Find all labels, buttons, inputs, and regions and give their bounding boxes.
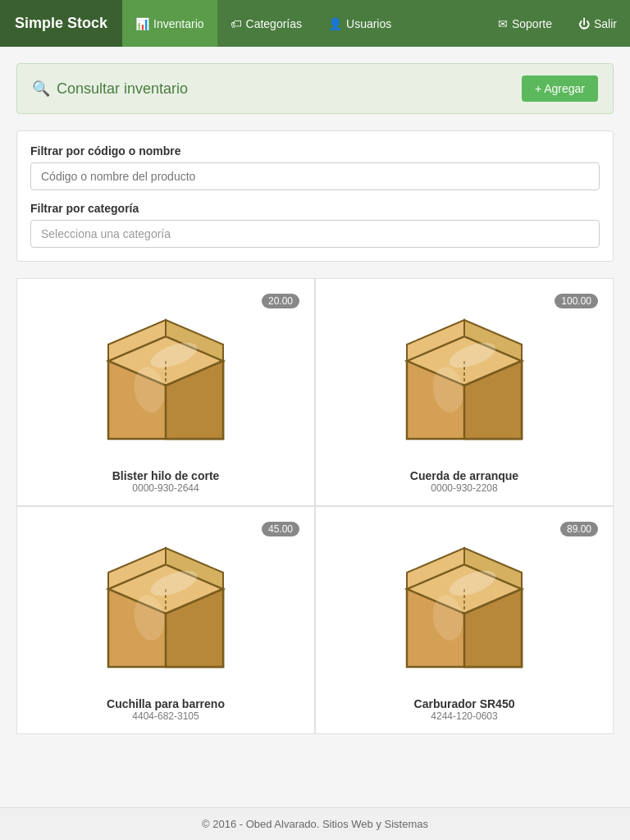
nav-right: ✉ Soporte ⏻ Salir [485,0,630,47]
inventario-icon: 📊 [135,17,149,30]
code-filter-label: Filtrar por código o nombre [30,144,600,158]
product-name-1: Blister hilo de corte [112,469,220,482]
category-filter-label: Filtrar por categoría [30,202,600,215]
product-badge-2: 100.00 [555,294,598,308]
categorias-icon: 🏷 [231,17,242,30]
navbar: Simple Stock 📊 Inventario 🏷 Categorías 👤… [0,0,630,47]
product-card-3[interactable]: 45.00 Cuchilla para barreno 4404-682-310… [16,506,315,734]
product-name-3: Cuchilla para barreno [107,697,225,710]
product-image-wrap-3: 45.00 [25,515,306,692]
nav-usuarios[interactable]: 👤 Usuarios [315,0,404,47]
product-badge-1: 20.00 [262,294,299,308]
code-filter-input[interactable] [30,162,600,190]
soporte-icon: ✉ [498,17,508,30]
product-image-4 [382,523,546,687]
product-badge-3: 45.00 [262,522,299,536]
nav-inventario[interactable]: 📊 Inventario [122,0,217,47]
product-image-wrap-1: 20.00 [25,287,306,464]
product-card-2[interactable]: 100.00 Cuerda de arranque 0000-930-2208 [315,278,614,506]
page-header: 🔍 Consultar inventario + Agregar [16,63,614,114]
category-filter-select[interactable]: Selecciona una categoría [30,220,600,248]
nav-items: 📊 Inventario 🏷 Categorías 👤 Usuarios [122,0,485,47]
product-name-2: Cuerda de arranque [410,469,518,482]
footer-text: © 2016 - Obed Alvarado. Sitios Web y Sis… [202,818,428,830]
nav-salir[interactable]: ⏻ Salir [565,0,630,47]
search-icon: 🔍 [32,80,50,98]
product-image-1 [84,295,248,459]
add-button[interactable]: + Agregar [522,75,598,102]
product-code-1: 0000-930-2644 [132,482,199,494]
usuarios-icon: 👤 [328,17,342,30]
nav-soporte[interactable]: ✉ Soporte [485,0,565,47]
product-name-4: Carburador SR450 [414,697,515,710]
product-image-wrap-4: 89.00 [324,515,605,692]
product-code-3: 4404-682-3105 [132,710,199,722]
page-title: 🔍 Consultar inventario [32,80,188,98]
product-card-4[interactable]: 89.00 Carburador SR450 4244-120-0603 [315,506,614,734]
product-image-wrap-2: 100.00 [324,287,605,464]
product-card-1[interactable]: 20.00 [16,278,315,506]
footer: © 2016 - Obed Alvarado. Sitios Web y Sis… [0,807,630,840]
filters-section: Filtrar por código o nombre Filtrar por … [16,130,614,262]
product-grid: 20.00 [16,278,614,734]
product-image-3 [84,523,248,687]
product-code-4: 4244-120-0603 [431,710,497,722]
product-code-2: 0000-930-2208 [431,482,497,494]
brand-logo: Simple Stock [0,0,122,47]
nav-categorias[interactable]: 🏷 Categorías [217,0,315,47]
main-content: 🔍 Consultar inventario + Agregar Filtrar… [0,47,630,751]
product-badge-4: 89.00 [560,522,598,536]
salir-icon: ⏻ [578,17,590,30]
product-image-2 [382,295,546,459]
